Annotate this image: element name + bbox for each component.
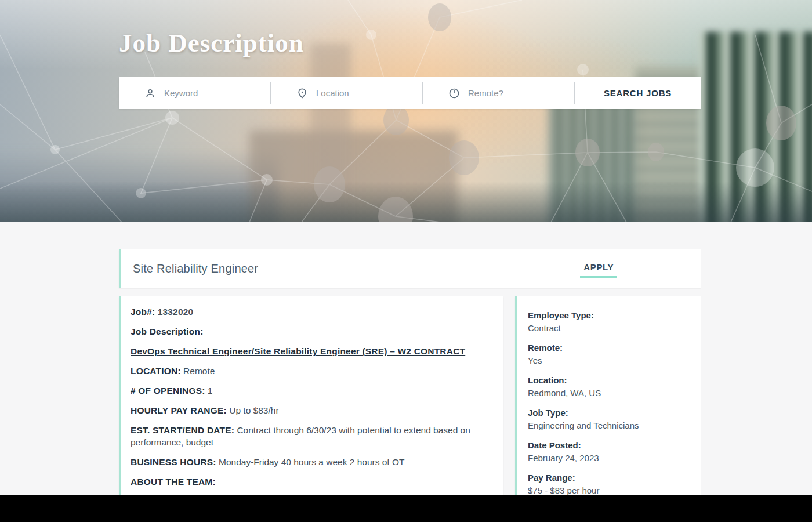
- sidebar-item-date-posted: Date Posted: February 24, 2023: [528, 439, 689, 465]
- keyword-input[interactable]: [164, 88, 245, 98]
- detail-row-position-link: DevOps Technical Engineer/Site Reliabili…: [130, 345, 480, 357]
- person-icon: [144, 88, 156, 99]
- job-description-page: Job Description: [0, 0, 812, 522]
- sidebar-item-job-type: Job Type: Engineering and Technicians: [528, 407, 689, 432]
- detail-row-business-hours: BUSINESS HOURS: Monday-Friday 40 hours a…: [130, 456, 480, 468]
- job-title: Site Reliability Engineer: [133, 262, 258, 276]
- remote-input[interactable]: [468, 88, 549, 98]
- position-title-link[interactable]: DevOps Technical Engineer/Site Reliabili…: [130, 346, 465, 356]
- sidebar-item-remote: Remote: Yes: [528, 342, 689, 367]
- location-input[interactable]: [316, 88, 397, 98]
- clock-icon: [448, 88, 460, 99]
- sidebar-item-location: Location: Redmond, WA, US: [528, 374, 689, 400]
- detail-row-start-end-date: EST. START/END DATE: Contract through 6/…: [130, 424, 480, 448]
- keyword-field-container[interactable]: [119, 77, 270, 109]
- apply-button[interactable]: APPLY: [580, 260, 617, 278]
- remote-field-container[interactable]: [423, 77, 574, 109]
- hero-banner: Job Description: [0, 0, 812, 222]
- job-search-bar: SEARCH JOBS: [119, 77, 701, 109]
- job-summary-sidebar: Employee Type: Contract Remote: Yes Loca…: [515, 296, 701, 495]
- job-title-card: Site Reliability Engineer APPLY: [119, 249, 701, 288]
- page-title: Job Description: [119, 28, 304, 58]
- detail-row-job-number: Job#: 1332020: [130, 306, 480, 318]
- detail-row-about-team: ABOUT THE TEAM:: [130, 476, 480, 488]
- search-jobs-button[interactable]: SEARCH JOBS: [575, 77, 701, 109]
- detail-row-location: LOCATION: Remote: [130, 365, 480, 377]
- detail-row-pay-range: HOURLY PAY RANGE: Up to $83/hr: [130, 404, 480, 416]
- bottom-letterbox: [0, 495, 812, 522]
- sidebar-item-employee-type: Employee Type: Contract: [528, 309, 689, 335]
- detail-row-description-heading: Job Description:: [130, 325, 480, 338]
- job-details-card: Job#: 1332020 Job Description: DevOps Te…: [119, 296, 503, 495]
- sidebar-item-pay-range: Pay Range: $75 - $83 per hour: [528, 472, 689, 497]
- location-pin-icon: [296, 88, 308, 99]
- location-field-container[interactable]: [271, 77, 422, 109]
- detail-row-openings: # OF OPENINGS: 1: [130, 385, 480, 397]
